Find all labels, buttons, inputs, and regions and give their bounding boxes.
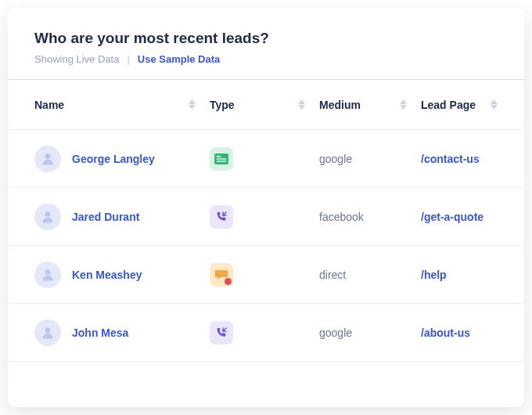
lead-name-link[interactable]: Ken Meashey — [72, 269, 142, 281]
person-icon — [40, 267, 56, 283]
form-icon — [210, 147, 233, 171]
person-icon — [40, 325, 56, 341]
notification-dot-icon — [225, 278, 232, 285]
svg-rect-3 — [217, 158, 227, 160]
table-row: Ken Meashey direct /help — [8, 246, 524, 304]
lead-page-link[interactable]: /contact-us — [421, 153, 480, 165]
lead-medium: direct — [319, 269, 346, 281]
person-icon — [40, 209, 56, 225]
sort-arrows-icon[interactable] — [400, 99, 407, 110]
separator: | — [127, 53, 129, 65]
column-header-type: Type — [210, 99, 235, 111]
svg-rect-4 — [217, 161, 227, 162]
use-sample-data-link[interactable]: Use Sample Data — [138, 53, 221, 65]
avatar — [34, 319, 61, 346]
sort-arrows-icon[interactable] — [189, 99, 196, 110]
lead-medium: facebook — [319, 211, 364, 223]
lead-medium: google — [319, 327, 352, 339]
chat-bubble-icon — [210, 263, 233, 287]
svg-point-5 — [45, 211, 51, 217]
table-row: George Langley google /contact-us — [8, 130, 524, 188]
column-header-lead-page: Lead Page — [421, 99, 476, 111]
phone-incoming-icon — [210, 321, 233, 345]
svg-point-7 — [45, 327, 51, 333]
column-header-medium: Medium — [319, 99, 361, 111]
lead-medium: google — [319, 153, 352, 165]
sort-arrows-icon[interactable] — [491, 99, 498, 110]
table-row: John Mesa google /about-us — [8, 304, 524, 362]
column-header-name: Name — [34, 99, 64, 111]
lead-name-link[interactable]: John Mesa — [72, 327, 128, 339]
card-title: Who are your most recent leads? — [34, 30, 498, 47]
leads-table: Name Type Medium — [8, 80, 524, 362]
data-source-row: Showing Live Data | Use Sample Data — [34, 53, 498, 65]
live-data-label: Showing Live Data — [34, 53, 119, 65]
svg-point-0 — [45, 153, 51, 159]
avatar — [34, 204, 61, 230]
table-row: Jared Durant facebook /get-a-quote — [8, 188, 524, 246]
avatar — [34, 146, 61, 172]
lead-page-link[interactable]: /help — [421, 269, 447, 281]
table-header-row: Name Type Medium — [8, 80, 524, 130]
phone-incoming-icon — [210, 205, 233, 229]
person-icon — [40, 151, 56, 167]
lead-name-link[interactable]: George Langley — [72, 153, 155, 165]
sort-arrows-icon[interactable] — [298, 99, 305, 110]
leads-card: Who are your most recent leads? Showing … — [8, 8, 524, 407]
lead-page-link[interactable]: /get-a-quote — [421, 211, 483, 223]
lead-page-link[interactable]: /about-us — [421, 327, 470, 339]
card-header: Who are your most recent leads? Showing … — [8, 8, 524, 79]
svg-rect-2 — [217, 156, 221, 157]
svg-point-6 — [45, 269, 51, 275]
lead-name-link[interactable]: Jared Durant — [72, 211, 139, 223]
avatar — [34, 262, 61, 288]
